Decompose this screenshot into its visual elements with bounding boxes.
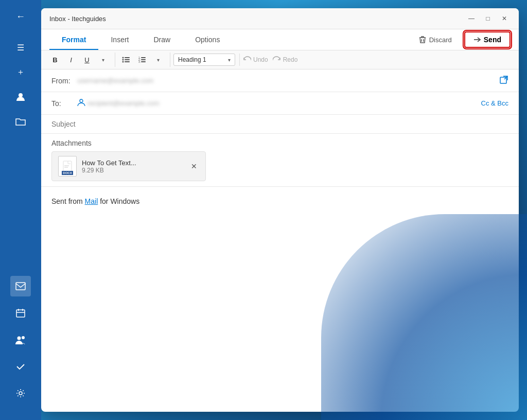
from-value: username@example.com xyxy=(77,77,495,84)
send-button[interactable]: Send xyxy=(464,31,511,48)
email-body[interactable]: Sent from Mail for Windows xyxy=(41,187,519,216)
text-format-group: B I U ▾ xyxy=(47,52,115,67)
undo-button[interactable]: Undo xyxy=(243,56,268,63)
numbered-list-icon: 1. 2. 3. xyxy=(138,56,146,63)
docx-badge: DOCX xyxy=(62,171,73,175)
svg-rect-9 xyxy=(125,59,130,60)
svg-point-0 xyxy=(19,93,23,97)
sidebar-add-button[interactable]: ＋ xyxy=(10,62,31,82)
minimize-button[interactable]: — xyxy=(465,12,478,25)
mail-icon xyxy=(15,282,26,290)
discard-button[interactable]: Discard xyxy=(413,32,458,47)
svg-rect-17 xyxy=(141,61,146,62)
svg-rect-1 xyxy=(16,283,25,290)
hamburger-icon: ☰ xyxy=(17,43,24,52)
heading-dropdown-chevron: ▾ xyxy=(228,57,231,63)
svg-rect-11 xyxy=(125,61,130,62)
sidebar-item-mail[interactable] xyxy=(10,276,31,296)
attachment-remove-button[interactable]: ✕ xyxy=(189,160,199,172)
bold-button[interactable]: B xyxy=(47,52,63,67)
from-row: From: username@example.com xyxy=(41,69,519,92)
subject-input[interactable] xyxy=(51,120,508,128)
mail-link[interactable]: Mail xyxy=(85,197,98,205)
person-icon xyxy=(15,92,26,102)
tab-format[interactable]: Format xyxy=(49,29,98,50)
svg-point-6 xyxy=(122,57,124,59)
tab-options[interactable]: Options xyxy=(183,29,232,50)
redo-icon xyxy=(273,56,281,63)
calendar-icon xyxy=(16,308,25,318)
titlebar: Inbox - Itechguides — □ ✕ xyxy=(41,8,519,29)
svg-point-3 xyxy=(17,337,21,340)
to-value[interactable]: recipient@example.com xyxy=(87,99,479,107)
open-external-icon[interactable] xyxy=(499,75,508,86)
undo-redo-group: Undo Redo xyxy=(243,56,302,63)
svg-point-5 xyxy=(19,392,22,395)
tab-insert[interactable]: Insert xyxy=(98,29,141,50)
svg-point-10 xyxy=(122,61,124,63)
to-row: To: recipient@example.com Cc & Bcc xyxy=(41,92,519,115)
subject-row xyxy=(41,115,519,134)
undo-icon xyxy=(243,56,251,63)
tabs: Format Insert Draw Options xyxy=(49,29,232,50)
svg-rect-15 xyxy=(141,59,146,60)
people-icon xyxy=(15,335,26,344)
sidebar-menu-icon[interactable]: ☰ xyxy=(10,37,31,58)
svg-point-4 xyxy=(22,336,25,339)
sidebar-item-calendar[interactable] xyxy=(10,303,31,323)
tab-draw[interactable]: Draw xyxy=(141,29,183,50)
heading-group: Heading 1 ▾ xyxy=(173,54,240,66)
svg-text:3.: 3. xyxy=(138,60,140,63)
back-button[interactable]: ← xyxy=(10,6,31,27)
sidebar: ← ☰ ＋ xyxy=(0,0,41,420)
window-title: Inbox - Itechguides xyxy=(49,15,106,23)
attachments-section: Attachments DOCX How To Get Text... 9.29… xyxy=(41,134,519,187)
list-format-group: 1. 2. 3. ▾ xyxy=(118,52,170,67)
svg-rect-20 xyxy=(63,161,72,171)
checkmark-icon xyxy=(16,362,25,371)
sidebar-item-folder[interactable] xyxy=(10,111,31,132)
add-icon: ＋ xyxy=(16,67,25,78)
sidebar-item-user[interactable] xyxy=(10,86,31,107)
tabbar-actions: Discard Send xyxy=(413,31,511,48)
body-text: Sent from Mail for Windows xyxy=(51,197,508,205)
tabbar: Format Insert Draw Options Discard xyxy=(41,29,519,50)
cc-bcc-button[interactable]: Cc & Bcc xyxy=(481,99,508,107)
sidebar-item-people[interactable] xyxy=(10,329,31,350)
to-person-icon[interactable] xyxy=(77,98,85,109)
to-label: To: xyxy=(51,99,77,108)
svg-rect-13 xyxy=(141,57,146,58)
window-controls: — □ ✕ xyxy=(465,12,511,25)
attachment-info: How To Get Text... 9.29 KB xyxy=(82,159,184,174)
svg-point-19 xyxy=(80,99,83,102)
maximize-button[interactable]: □ xyxy=(482,12,494,25)
close-button[interactable]: ✕ xyxy=(498,12,511,25)
trash-icon xyxy=(419,36,426,44)
attachments-label: Attachments xyxy=(51,139,508,147)
svg-rect-2 xyxy=(16,310,25,317)
sidebar-item-settings[interactable] xyxy=(10,383,31,404)
text-format-dropdown-button[interactable]: ▾ xyxy=(95,52,111,67)
underline-button[interactable]: U xyxy=(79,52,95,67)
italic-button[interactable]: I xyxy=(63,52,79,67)
back-icon: ← xyxy=(16,11,25,22)
svg-rect-7 xyxy=(125,57,130,58)
from-label: From: xyxy=(51,77,77,85)
attachment-name: How To Get Text... xyxy=(82,159,184,167)
send-icon xyxy=(473,36,481,43)
numbered-list-button[interactable]: 1. 2. 3. xyxy=(134,52,150,67)
bullet-list-icon xyxy=(122,56,130,63)
formatting-toolbar: B I U ▾ 1 xyxy=(41,50,519,69)
bullet-list-button[interactable] xyxy=(118,52,134,67)
list-dropdown-button[interactable]: ▾ xyxy=(150,52,166,67)
attachment-item: DOCX How To Get Text... 9.29 KB ✕ xyxy=(51,151,206,181)
gear-icon xyxy=(16,389,25,398)
sidebar-item-todo[interactable] xyxy=(10,356,31,377)
attachment-file-icon: DOCX xyxy=(58,156,77,177)
heading-dropdown[interactable]: Heading 1 ▾ xyxy=(173,54,235,66)
svg-point-8 xyxy=(122,59,124,61)
redo-button[interactable]: Redo xyxy=(273,56,298,63)
folder-icon xyxy=(15,117,26,126)
attachment-size: 9.29 KB xyxy=(82,167,184,174)
